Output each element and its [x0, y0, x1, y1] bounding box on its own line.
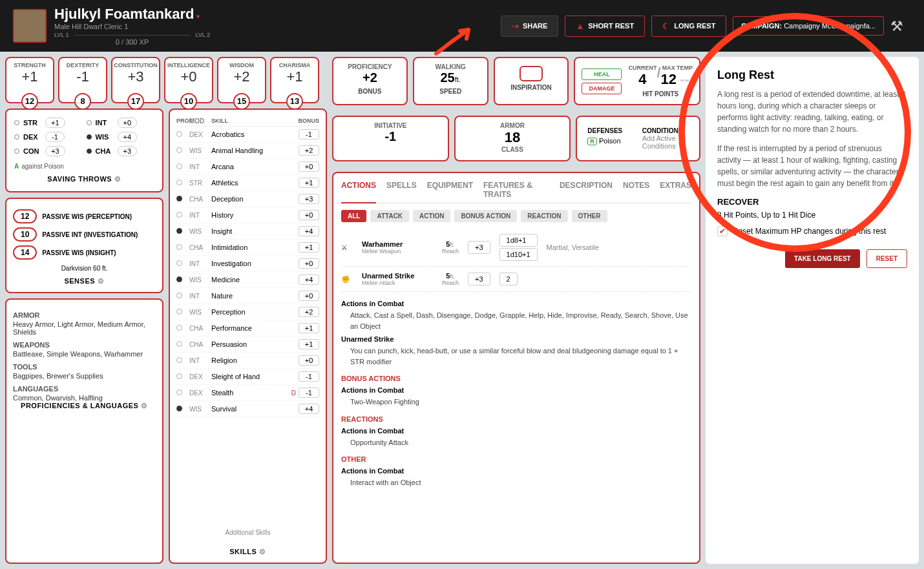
initiative-box[interactable]: INITIATIVE -1	[332, 116, 449, 161]
additional-skills[interactable]: Additional Skills	[176, 529, 319, 536]
ac-box[interactable]: ARMOR 18 CLASS	[454, 116, 571, 161]
proficiencies-title: PROFICIENCIES & LANGUAGES	[21, 402, 138, 409]
skill-arcana[interactable]: INT Arcana +0	[176, 159, 319, 175]
skill-nature[interactable]: INT Nature +0	[176, 288, 319, 304]
share-button[interactable]: ⇢SHARE	[501, 16, 559, 37]
gear-icon[interactable]: ⚙	[141, 402, 148, 409]
ability-intelligence[interactable]: INTELLIGENCE +0 10	[164, 57, 213, 103]
add-conditions[interactable]: Add Active Conditions	[642, 134, 689, 150]
tab-description[interactable]: DESCRIPTION	[560, 181, 613, 199]
damage-button[interactable]: DAMAGE	[582, 83, 622, 94]
skill-medicine[interactable]: WIS Medicine +4	[176, 272, 319, 288]
inspiration-icon	[520, 66, 543, 81]
skill-stealth[interactable]: DEX Stealth D -1	[176, 385, 319, 401]
tab-spells[interactable]: SPELLS	[386, 181, 417, 199]
take-long-rest-button[interactable]: TAKE LONG REST	[785, 249, 860, 268]
hit-button[interactable]: +3	[468, 241, 490, 254]
reset-button[interactable]: RESET	[866, 249, 907, 268]
skill-perception[interactable]: WIS Perception +2	[176, 304, 319, 320]
proficiency-dot	[14, 120, 19, 125]
skill-acrobatics[interactable]: DEX Acrobatics -1	[176, 127, 319, 143]
damage-button[interactable]: 2	[499, 273, 518, 285]
skills-hdr-bonus: BONUS	[298, 118, 319, 125]
skills-title: SKILLS	[229, 548, 257, 555]
reset-hp-checkbox[interactable]: ✔	[717, 226, 728, 236]
gear-icon[interactable]: ⚙	[98, 277, 105, 285]
save-str[interactable]: STR +1	[14, 118, 83, 128]
damage-button[interactable]: 1d8+1	[499, 234, 538, 247]
action-warhammer[interactable]: ⚔ WarhammerMelee Weapon 5ft.Reach +3 1d8…	[341, 229, 691, 267]
ability-constitution[interactable]: CONSTITUTION +3 17	[111, 57, 160, 103]
skill-sleight-of-hand[interactable]: DEX Sleight of Hand -1	[176, 369, 319, 385]
heal-button[interactable]: HEAL	[582, 68, 622, 80]
tab-features-traits[interactable]: FEATURES & TRAITS	[483, 181, 549, 199]
xp-text: 0 / 300 XP	[54, 38, 210, 46]
tab-actions[interactable]: ACTIONS	[341, 181, 376, 203]
filter-all[interactable]: ALL	[341, 210, 366, 222]
fist-icon: ✊	[341, 275, 353, 284]
filter-action[interactable]: ACTION	[413, 210, 450, 222]
proficiency-box[interactable]: PROFICIENCY +2 BONUS	[332, 57, 408, 105]
conditions-title: CONDITIONS	[642, 127, 689, 134]
ability-dexterity[interactable]: DEXTERITY -1 8	[58, 57, 107, 103]
saving-throws-title: SAVING THROWS	[47, 175, 112, 183]
ability-charisma[interactable]: CHARISMA +1 13	[270, 57, 319, 103]
save-dex[interactable]: DEX -1	[14, 132, 83, 142]
campaign-box[interactable]: CAMPAIGN: Campaigny McCampaignfa...	[733, 16, 884, 36]
ability-wisdom[interactable]: WISDOM +2 15	[217, 57, 266, 103]
proficiency-dot	[176, 309, 182, 315]
action-unarmed[interactable]: ✊ Unarmed StrikeMelee Attack 5ft.Reach +…	[341, 267, 691, 292]
anvil-icon[interactable]: ⚒	[890, 18, 911, 34]
skill-religion[interactable]: INT Religion +0	[176, 353, 319, 369]
other-action-list: Interact with an Object	[350, 477, 691, 488]
filter-attack[interactable]: ATTACK	[370, 210, 409, 222]
gear-icon[interactable]: ⚙	[114, 175, 121, 183]
saving-throws-card: STR +1 INT +0 DEX -1 WIS +4 CON +3 CHA +…	[5, 109, 163, 192]
ability-strength[interactable]: STRENGTH +1 12	[5, 57, 54, 103]
save-int[interactable]: INT +0	[87, 118, 155, 128]
character-avatar[interactable]	[13, 9, 47, 43]
skill-animal-handling[interactable]: WIS Animal Handling +2	[176, 143, 319, 159]
skill-insight[interactable]: WIS Insight +4	[176, 223, 319, 240]
tab-equipment[interactable]: EQUIPMENT	[427, 181, 473, 199]
short-rest-button[interactable]: ▲SHORT REST	[565, 16, 645, 37]
defense-item: R Poison	[587, 137, 634, 145]
speed-box[interactable]: WALKING 25ft. SPEED	[413, 57, 488, 105]
long-rest-button[interactable]: ☾LONG REST	[651, 16, 726, 37]
save-con[interactable]: CON +3	[14, 146, 83, 156]
proficiency-dot	[176, 325, 182, 331]
proficiency-dot	[176, 147, 182, 153]
filter-other[interactable]: OTHER	[572, 210, 607, 222]
sense-row: 10 PASSIVE INT (INVESTIGATION)	[13, 227, 156, 242]
skill-history[interactable]: INT History +0	[176, 207, 319, 223]
filter-reaction[interactable]: REACTION	[521, 210, 567, 222]
skill-deception[interactable]: CHA Deception +3	[176, 191, 319, 207]
hp-box[interactable]: HEAL DAMAGE CURRENT4 / MAX12 TEMP-- HIT …	[574, 57, 700, 105]
gear-icon[interactable]: ⚙	[259, 548, 266, 555]
skills-card: PROF MOD SKILL BONUS DEX Acrobatics -1 W…	[169, 109, 327, 564]
tab-notes[interactable]: NOTES	[623, 181, 649, 199]
skill-performance[interactable]: CHA Performance +1	[176, 320, 319, 336]
proficiency-dot	[87, 134, 92, 140]
recover-text: 8 Hit Points, Up to 1 Hit Dice	[717, 211, 907, 220]
save-wis[interactable]: WIS +4	[87, 132, 155, 142]
armor-list: Heavy Armor, Light Armor, Medium Armor, …	[13, 320, 156, 336]
filter-bonus-action[interactable]: BONUS ACTION	[454, 210, 517, 222]
bonus-action-list: Two-Weapon Fighting	[350, 397, 691, 408]
proficiency-dot	[87, 149, 92, 154]
header: Hjulkyl Foamtankard Male Hill Dwarf Cler…	[0, 0, 924, 52]
character-name[interactable]: Hjulkyl Foamtankard	[54, 6, 210, 23]
proficiency-dot	[176, 180, 182, 185]
long-rest-panel: Long Rest A long rest is a period of ext…	[706, 57, 919, 564]
tab-extras[interactable]: EXTRAS	[660, 181, 691, 199]
hit-button[interactable]: +3	[468, 273, 490, 285]
skill-intimidation[interactable]: CHA Intimidation +1	[176, 240, 319, 256]
save-cha[interactable]: CHA +3	[87, 146, 155, 156]
inspiration-box[interactable]: INSPIRATION	[494, 57, 569, 105]
damage-button[interactable]: 1d10+1	[499, 248, 538, 261]
skill-investigation[interactable]: INT Investigation +0	[176, 256, 319, 272]
ability-row: STRENGTH +1 12 DEXTERITY -1 8 CONSTITUTI…	[5, 57, 327, 103]
skill-persuasion[interactable]: CHA Persuasion +1	[176, 336, 319, 353]
skill-athletics[interactable]: STR Athletics +1	[176, 175, 319, 191]
skill-survival[interactable]: WIS Survival +4	[176, 401, 319, 417]
